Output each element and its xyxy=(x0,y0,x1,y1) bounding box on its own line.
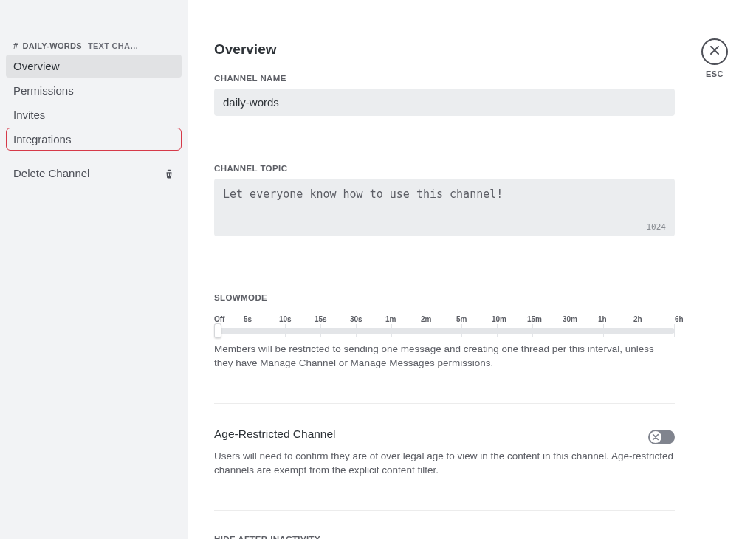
close-label: ESC xyxy=(698,69,731,78)
age-restricted-row: Age-Restricted Channel xyxy=(214,428,675,447)
age-restricted-title: Age-Restricted Channel xyxy=(214,428,636,441)
sidebar-item-delete-channel[interactable]: Delete Channel xyxy=(6,162,182,185)
sidebar-item-label: Invites xyxy=(13,109,45,121)
sidebar-heading-channel: DAILY-WORDS xyxy=(22,41,82,50)
char-count: 1024 xyxy=(647,222,667,232)
channel-topic-label: CHANNEL TOPIC xyxy=(214,164,675,173)
close-column: ESC xyxy=(698,38,731,78)
channel-topic-input[interactable] xyxy=(214,179,675,236)
sidebar-item-label: Overview xyxy=(13,60,60,72)
sidebar-item-overview[interactable]: Overview xyxy=(6,55,182,78)
sidebar-divider xyxy=(10,157,177,157)
slowmode-tick-labels: Off 5s 10s 15s 30s 1m 2m 5m 10m 15m 30m … xyxy=(214,315,675,323)
hash-icon: # xyxy=(13,41,18,50)
divider xyxy=(214,510,675,511)
channel-name-label: CHANNEL NAME xyxy=(214,74,675,83)
settings-main[interactable]: Overview CHANNEL NAME CHANNEL TOPIC 1024… xyxy=(188,0,756,539)
sidebar-item-permissions[interactable]: Permissions xyxy=(6,79,182,102)
sidebar-item-integrations[interactable]: Integrations xyxy=(6,128,182,151)
sidebar-item-label: Integrations xyxy=(13,133,71,145)
sidebar-item-label: Delete Channel xyxy=(13,167,89,179)
close-button[interactable] xyxy=(701,38,728,65)
sidebar-item-label: Permissions xyxy=(13,84,74,97)
page-title: Overview xyxy=(214,41,675,58)
slowmode-help: Members will be restricted to sending on… xyxy=(214,343,675,371)
age-restricted-help: Users will need to confirm they are of o… xyxy=(214,450,675,478)
divider xyxy=(214,140,675,140)
settings-sidebar: # DAILY-WORDS TEXT CHA… Overview Permiss… xyxy=(0,0,188,539)
close-icon xyxy=(709,44,721,59)
divider xyxy=(214,269,675,270)
slider-track[interactable] xyxy=(214,328,675,334)
divider xyxy=(214,403,675,404)
channel-topic-field: 1024 xyxy=(214,179,675,239)
settings-viewport: # DAILY-WORDS TEXT CHA… Overview Permiss… xyxy=(0,0,756,539)
trash-icon xyxy=(164,168,174,179)
slowmode-label: SLOWMODE xyxy=(214,293,675,302)
sidebar-item-invites[interactable]: Invites xyxy=(6,103,182,126)
hide-after-inactivity-label: HIDE AFTER INACTIVITY xyxy=(214,535,675,539)
slider-ticks xyxy=(214,328,675,334)
sidebar-heading: # DAILY-WORDS TEXT CHA… xyxy=(6,41,182,55)
toggle-off-icon xyxy=(650,431,662,443)
channel-name-input[interactable] xyxy=(214,89,675,116)
age-restricted-toggle[interactable] xyxy=(648,430,675,444)
slider-thumb[interactable] xyxy=(214,323,221,338)
slowmode-slider[interactable]: Off 5s 10s 15s 30s 1m 2m 5m 10m 15m 30m … xyxy=(214,315,675,334)
sidebar-heading-suffix: TEXT CHA… xyxy=(88,41,139,50)
